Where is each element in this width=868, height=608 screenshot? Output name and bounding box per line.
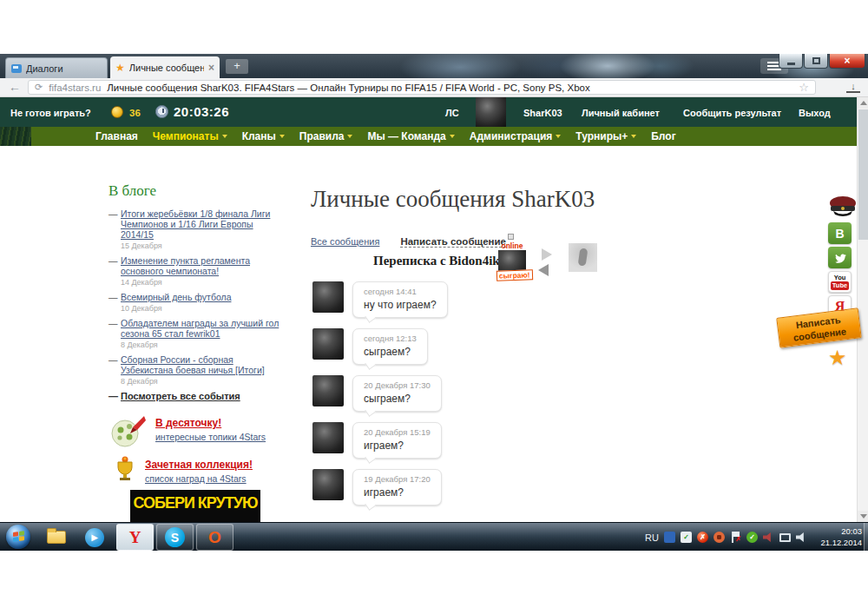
muted-speaker-icon[interactable] <box>763 532 774 543</box>
blog-post-link[interactable]: Итоги жеребьёвки 1/8 финала Лиги Чемпион… <box>121 208 280 240</box>
show-desktop-button[interactable] <box>864 523 868 551</box>
promo-title-link[interactable]: Зачетная коллекция! <box>145 459 253 471</box>
all-events-link[interactable]: Посмотреть все события <box>108 391 280 401</box>
ad-banner[interactable]: СОБЕРИ КРУТУЮ <box>130 490 260 522</box>
tab-messages[interactable]: ★ Личные сообщения S × <box>110 56 220 78</box>
message-text: сыграем? <box>364 393 431 405</box>
tab-dialogs[interactable]: Диалоги <box>5 57 108 78</box>
nav-label: Правила <box>299 130 345 142</box>
ready-status-link[interactable]: Не готов играть? <box>10 108 91 118</box>
avatar[interactable] <box>312 469 344 500</box>
star-badge-icon[interactable]: ★ <box>828 346 847 370</box>
arrow-left-icon[interactable] <box>538 264 549 276</box>
close-button[interactable]: × <box>829 54 865 69</box>
blog-post-link[interactable]: Изменение пункта регламента основного че… <box>121 255 280 276</box>
site-nav-bar: Главная Чемпионаты Кланы Правила Мы — Ко… <box>0 127 868 146</box>
message-bubble: сегодня 14:41 ну что играем? <box>352 281 448 318</box>
scrollbar-thumb[interactable] <box>858 109 868 240</box>
blog-post-link[interactable]: Сборная России - сборная Узбекистана бое… <box>121 354 280 375</box>
logout-link[interactable]: Выход <box>799 108 831 118</box>
nav-item-tournaments[interactable]: Турниры+ <box>575 130 636 142</box>
arrow-right-icon[interactable] <box>542 248 552 261</box>
youtube-icon[interactable]: You Tube <box>828 271 852 293</box>
antivirus-tray-icon[interactable]: ✗ <box>697 532 708 543</box>
start-button[interactable] <box>6 525 30 549</box>
avatar[interactable] <box>312 375 344 406</box>
promo-title-link[interactable]: В десяточку! <box>155 417 266 429</box>
user-avatar[interactable] <box>476 97 506 127</box>
message-time: сегодня 12:13 <box>364 334 417 343</box>
nav-item-rules[interactable]: Правила <box>299 130 353 142</box>
own-avatar[interactable] <box>569 243 597 272</box>
cabinet-link[interactable]: Личный кабинет <box>582 108 660 118</box>
military-cap-icon[interactable] <box>828 195 858 219</box>
status-ok-tray-icon[interactable]: ✓ <box>746 532 758 543</box>
nav-label: Мы — Команда <box>367 130 445 142</box>
youtube-label-bottom: Tube <box>831 281 849 290</box>
nav-label: Блог <box>651 130 675 142</box>
new-tab-button[interactable]: + <box>226 59 248 74</box>
origin-taskbar-button[interactable]: O <box>196 524 233 551</box>
taskbar-clock[interactable]: 20:03 21.12.2014 <box>820 526 862 549</box>
private-messages-link[interactable]: ЛС <box>445 108 459 118</box>
skype-taskbar-button[interactable]: S <box>156 524 194 551</box>
scroll-up-button[interactable] <box>858 97 868 109</box>
yandex-browser-taskbar-button[interactable]: Y <box>116 524 154 551</box>
url-field[interactable]: ⟳ fifa4stars.ru Личные сообщения SharK03… <box>28 80 816 95</box>
nav-item-clans[interactable]: Кланы <box>242 130 285 142</box>
blog-post-link[interactable]: Всемирный день футбола <box>121 292 280 302</box>
reload-icon[interactable]: ⟳ <box>35 82 43 93</box>
blog-post-date: 15 Декабря <box>121 241 280 250</box>
close-tab-icon[interactable]: × <box>208 62 214 74</box>
record-tray-icon[interactable] <box>713 532 725 543</box>
football-dart-icon <box>108 413 147 450</box>
avatar[interactable] <box>312 328 344 360</box>
promo-subtitle-link[interactable]: интересные топики 4Stars <box>155 432 266 442</box>
nav-item-blog[interactable]: Блог <box>651 130 675 142</box>
display-tray-icon[interactable] <box>779 533 791 542</box>
language-indicator[interactable]: RU <box>645 532 659 543</box>
nav-item-administration[interactable]: Администрация <box>470 130 561 142</box>
coin-icon <box>111 106 123 118</box>
write-message-link[interactable]: Написать сообщение <box>400 236 506 248</box>
url-domain: fifa4stars.ru <box>49 83 101 93</box>
blog-post: Итоги жеребьёвки 1/8 финала Лиги Чемпион… <box>108 208 280 250</box>
report-result-link[interactable]: Сообщить результат <box>683 108 781 118</box>
screen: Диалоги ★ Личные сообщения S × + × ← ⟳ f… <box>0 54 868 551</box>
media-player-taskbar-button[interactable]: ▶ <box>76 523 113 551</box>
bookmark-star-icon[interactable]: ☆ <box>799 81 809 94</box>
system-tray: RU ✓ ✗ ✗ ✓ <box>645 523 807 551</box>
scroll-down-button[interactable] <box>858 511 868 522</box>
vk-icon[interactable]: В <box>828 222 852 244</box>
message-text: играем? <box>364 439 431 452</box>
nav-item-home[interactable]: Главная <box>95 130 138 142</box>
message-text: ну что играем? <box>364 299 437 311</box>
minimize-button[interactable] <box>779 54 803 69</box>
write-message-tab[interactable]: Написать сообщение <box>776 307 862 347</box>
twitter-icon[interactable] <box>828 247 852 268</box>
username-link[interactable]: SharK03 <box>523 108 562 118</box>
nav-menu: Главная Чемпионаты Кланы Правила Мы — Ко… <box>95 127 676 146</box>
avatar[interactable] <box>312 422 344 453</box>
page-title: Личные сообщения SharK03 <box>311 186 595 213</box>
back-icon[interactable]: ← <box>9 80 21 94</box>
blog-post-link[interactable]: Обладателем награды за лучший гол сезона… <box>121 318 280 339</box>
scrollbar[interactable] <box>857 97 868 522</box>
promo-subtitle-link[interactable]: список наград на 4Stars <box>145 473 253 484</box>
star-favicon-icon: ★ <box>115 63 125 73</box>
volume-icon[interactable] <box>796 532 807 543</box>
peer-avatar-widget[interactable]: online сыграю! <box>497 241 527 276</box>
sync-tray-icon[interactable]: ✓ <box>681 532 692 543</box>
compose-icon <box>508 234 514 240</box>
blog-post-date: 14 Декабря <box>121 278 280 287</box>
all-messages-link[interactable]: Все сообщения <box>311 236 379 247</box>
nav-item-team[interactable]: Мы — Команда <box>367 130 454 142</box>
action-center-icon[interactable]: ✗ <box>730 532 741 543</box>
maximize-button[interactable] <box>804 54 828 69</box>
download-icon[interactable]: ↓ <box>846 81 860 93</box>
avatar[interactable] <box>312 281 344 313</box>
nav-item-championships[interactable]: Чемпионаты <box>153 130 227 142</box>
punto-tray-icon[interactable] <box>664 532 675 543</box>
explorer-taskbar-button[interactable] <box>38 523 75 551</box>
message-time: 20 Декабря 15:19 <box>364 427 431 437</box>
